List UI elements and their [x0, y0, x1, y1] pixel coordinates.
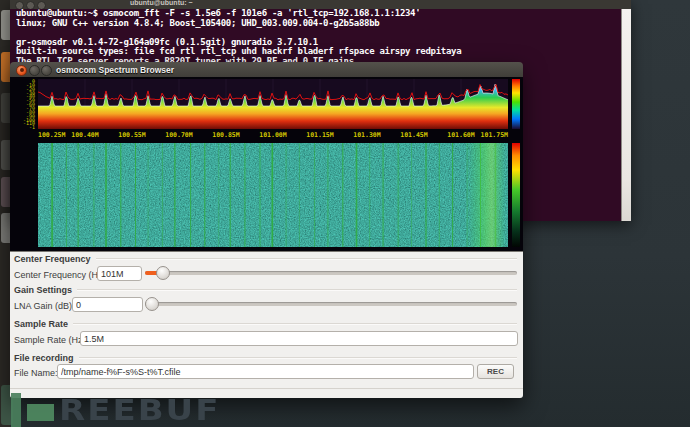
- watermark-text: REEBUF: [59, 396, 220, 424]
- frequency-tick-label: 101.30M: [353, 131, 380, 139]
- fft-colorbar: [512, 79, 520, 129]
- lna-gain-slider[interactable]: [145, 297, 517, 310]
- group-sample-rate: Sample Rate: [14, 319, 517, 329]
- frequency-tick-label: 101.00M: [259, 131, 286, 139]
- group-title: File recording: [14, 353, 79, 363]
- frequency-tick-label: 100.55M: [118, 131, 145, 139]
- center-frequency-slider[interactable]: [145, 266, 517, 279]
- y-axis-tick: -1: [10, 125, 35, 130]
- sample-rate-input[interactable]: [80, 331, 518, 346]
- window-title: osmocom Spectrum Browser: [56, 65, 174, 75]
- close-icon[interactable]: [15, 1, 24, 9]
- group-file-recording: File recording: [14, 353, 517, 363]
- center-frequency-label: Center Frequency (Hz):: [14, 270, 108, 280]
- spectrum-browser-window: osmocom Spectrum Browser 0-10-20-30-40-5…: [10, 62, 523, 398]
- frequency-tick-label: 101.45M: [400, 131, 427, 139]
- fft-y-axis-labels: 0-10-20-30-40-50-60-70-80-90-100-110-1: [10, 79, 36, 129]
- group-title: Gain Settings: [14, 285, 77, 295]
- close-icon[interactable]: [16, 65, 27, 76]
- waterfall-colorbar: [512, 143, 520, 247]
- group-gain-settings: Gain Settings: [14, 285, 517, 295]
- freebuf-logo-icon: [11, 393, 21, 427]
- spectrum-plot-area: 0-10-20-30-40-50-60-70-80-90-100-110-1 1…: [10, 77, 523, 251]
- unity-launcher[interactable]: [0, 0, 10, 427]
- terminal-line: linux; GNU C++ version 4.8.4; Boost_1054…: [16, 19, 617, 29]
- sample-rate-label: Sample Rate (Hz):: [14, 335, 88, 345]
- maximize-icon[interactable]: [37, 1, 46, 9]
- minimize-icon[interactable]: [26, 1, 35, 9]
- frequency-tick-label: 100.40M: [71, 131, 98, 139]
- minimize-icon[interactable]: [29, 65, 40, 76]
- group-center-frequency: Center Frequency: [14, 254, 517, 264]
- group-title: Sample Rate: [14, 319, 73, 329]
- frequency-tick-label: 101.60M: [447, 131, 474, 139]
- frequency-tick-label: 100.70M: [165, 131, 192, 139]
- freebuf-watermark: REEBUF: [11, 393, 220, 427]
- frequency-tick-label: 101.15M: [306, 131, 333, 139]
- terminal-title: ubuntu@ubuntu: ~: [130, 0, 193, 6]
- fft-plot[interactable]: [38, 79, 508, 129]
- file-name-label: File Name:: [14, 368, 58, 378]
- freebuf-logo-icon: [27, 404, 54, 421]
- spectrum-titlebar[interactable]: osmocom Spectrum Browser: [10, 62, 523, 78]
- frequency-tick-label: 101.75M: [481, 131, 508, 139]
- group-title: Center Frequency: [14, 254, 96, 264]
- lna-gain-label: LNA Gain (dB):: [14, 301, 75, 311]
- rec-button[interactable]: REC: [477, 364, 514, 379]
- terminal-scrollbar[interactable]: [621, 9, 631, 221]
- waterfall-plot[interactable]: [38, 143, 508, 247]
- control-panel: Center Frequency Center Frequency (Hz): …: [10, 251, 523, 398]
- frequency-axis-labels: 100.25M100.40M100.55M100.70M100.85M101.0…: [38, 131, 508, 141]
- file-name-input[interactable]: [57, 364, 474, 379]
- terminal-titlebar[interactable]: ubuntu@ubuntu: ~: [10, 0, 631, 9]
- frequency-tick-label: 100.85M: [212, 131, 239, 139]
- desktop: REEBUF ubuntu@ubuntu: ~ ubuntu@ubuntu:~$…: [0, 0, 690, 427]
- center-frequency-input[interactable]: [97, 266, 142, 281]
- panel-divider: [10, 388, 523, 389]
- lna-gain-input[interactable]: [72, 297, 143, 312]
- maximize-icon[interactable]: [41, 65, 52, 76]
- frequency-tick-label: 100.25M: [38, 131, 65, 139]
